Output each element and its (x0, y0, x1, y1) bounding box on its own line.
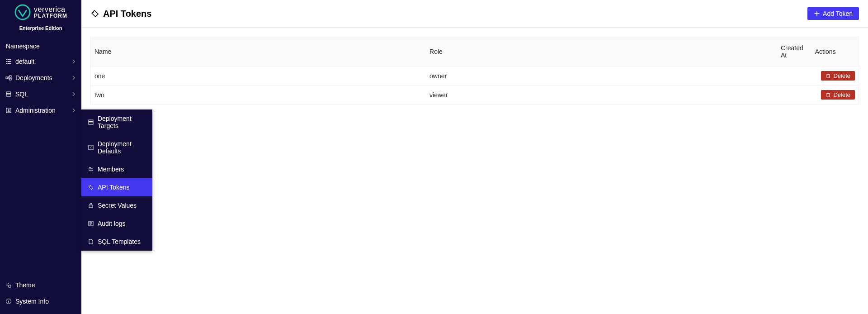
svg-point-11 (91, 168, 93, 169)
tag-icon (88, 184, 94, 190)
brand-text: ververica PLATFORM (34, 6, 67, 19)
chevron-right-icon (71, 108, 76, 113)
add-token-button[interactable]: Add Token (807, 7, 859, 20)
page-title: API Tokens (103, 9, 151, 19)
svg-rect-8 (89, 120, 93, 124)
sidebar-spacer (0, 119, 81, 277)
submenu-item-sql-templates[interactable]: SQL Templates (81, 233, 152, 251)
namespace-heading: Namespace (0, 39, 81, 53)
submenu-item-deployment-targets[interactable]: Deployment Targets (81, 109, 152, 135)
lock-icon (88, 202, 94, 209)
svg-rect-2 (9, 76, 11, 77)
info-icon (5, 298, 12, 304)
token-created-cell (777, 86, 811, 105)
svg-rect-4 (6, 92, 11, 96)
sidebar-item-administration[interactable]: Administration (0, 102, 81, 119)
header-title-wrap: API Tokens (90, 9, 151, 19)
sidebar-item-label: default (15, 58, 71, 65)
trash-icon (826, 92, 831, 98)
column-header-created-at: Created At (777, 37, 811, 67)
submenu-item-label: Audit logs (98, 220, 125, 227)
brand-platform: PLATFORM (34, 13, 67, 19)
api-tokens-table: Name Role Created At Actions one owner (90, 37, 859, 105)
svg-rect-3 (9, 78, 11, 80)
members-icon (88, 166, 94, 172)
submenu-item-secret-values[interactable]: Secret Values (81, 196, 152, 214)
sidebar: ververica PLATFORM Enterprise Edition Na… (0, 0, 81, 314)
edition-label: Enterprise Edition (0, 23, 81, 39)
sidebar-bottom: Theme System Info (0, 277, 81, 314)
token-name-cell: one (91, 67, 426, 86)
table-row: one owner Delete (91, 67, 859, 86)
column-header-actions: Actions (811, 37, 859, 67)
brand-name: ververica (34, 6, 67, 13)
svg-point-6 (8, 109, 9, 111)
table-header-row: Name Role Created At Actions (91, 37, 859, 67)
submenu-item-deployment-defaults[interactable]: Deployment Defaults (81, 135, 152, 160)
delete-button[interactable]: Delete (821, 71, 855, 81)
svg-point-15 (93, 12, 94, 13)
delete-label: Delete (833, 91, 850, 98)
sidebar-item-label: Deployments (15, 74, 71, 81)
content-area: Name Role Created At Actions one owner (81, 28, 868, 114)
template-icon (88, 238, 94, 245)
delete-button[interactable]: Delete (821, 90, 855, 100)
submenu-item-api-tokens[interactable]: API Tokens (81, 178, 152, 196)
token-role-cell: viewer (426, 86, 777, 105)
delete-label: Delete (833, 72, 850, 79)
token-role-cell: owner (426, 67, 777, 86)
chevron-right-icon (71, 59, 76, 64)
chevron-right-icon (71, 92, 76, 96)
token-actions-cell: Delete (811, 86, 859, 105)
audit-icon (88, 220, 94, 227)
chevron-right-icon (71, 76, 76, 80)
main-content: API Tokens Add Token Name Role Created A… (81, 0, 868, 314)
tag-icon (90, 9, 99, 18)
logo-mark-icon (14, 4, 31, 21)
sidebar-item-sql[interactable]: SQL (0, 86, 81, 102)
sidebar-item-label: System Info (15, 298, 76, 305)
submenu-item-label: Deployment Targets (98, 115, 146, 129)
list-icon (5, 58, 12, 65)
targets-icon (88, 119, 94, 125)
sidebar-item-theme[interactable]: Theme (0, 277, 81, 293)
svg-point-10 (89, 167, 91, 169)
theme-icon (5, 282, 12, 288)
page-header: API Tokens Add Token (81, 0, 868, 28)
sidebar-item-deployments[interactable]: Deployments (0, 70, 81, 86)
submenu-item-members[interactable]: Members (81, 160, 152, 178)
admin-icon (5, 107, 12, 114)
submenu-item-label: Secret Values (98, 202, 137, 209)
submenu-item-label: API Tokens (98, 184, 130, 191)
sidebar-item-label: Theme (15, 281, 76, 289)
submenu-item-label: Members (98, 166, 124, 173)
svg-rect-1 (6, 77, 8, 79)
column-header-name: Name (91, 37, 426, 67)
sidebar-item-label: SQL (15, 90, 71, 98)
submenu-item-label: SQL Templates (98, 238, 141, 245)
token-created-cell (777, 67, 811, 86)
table-row: two viewer Delete (91, 86, 859, 105)
submenu-item-audit-logs[interactable]: Audit logs (81, 214, 152, 233)
brand-logo: ververica PLATFORM (0, 0, 81, 23)
svg-rect-13 (89, 205, 93, 208)
svg-point-0 (15, 5, 30, 19)
sidebar-item-label: Administration (15, 107, 71, 114)
trash-icon (826, 73, 831, 79)
svg-point-12 (90, 186, 90, 187)
column-header-role: Role (426, 37, 777, 67)
sidebar-item-system-info[interactable]: System Info (0, 293, 81, 309)
edit-icon (88, 144, 94, 151)
token-name-cell: two (91, 86, 426, 105)
sidebar-item-default[interactable]: default (0, 53, 81, 70)
add-token-label: Add Token (823, 10, 853, 17)
token-actions-cell: Delete (811, 67, 859, 86)
database-icon (5, 91, 12, 97)
administration-submenu: Deployment Targets Deployment Defaults M… (81, 109, 152, 251)
deployments-icon (5, 75, 12, 81)
plus-icon (814, 10, 820, 17)
submenu-item-label: Deployment Defaults (98, 140, 146, 155)
app-root: ververica PLATFORM Enterprise Edition Na… (0, 0, 868, 314)
